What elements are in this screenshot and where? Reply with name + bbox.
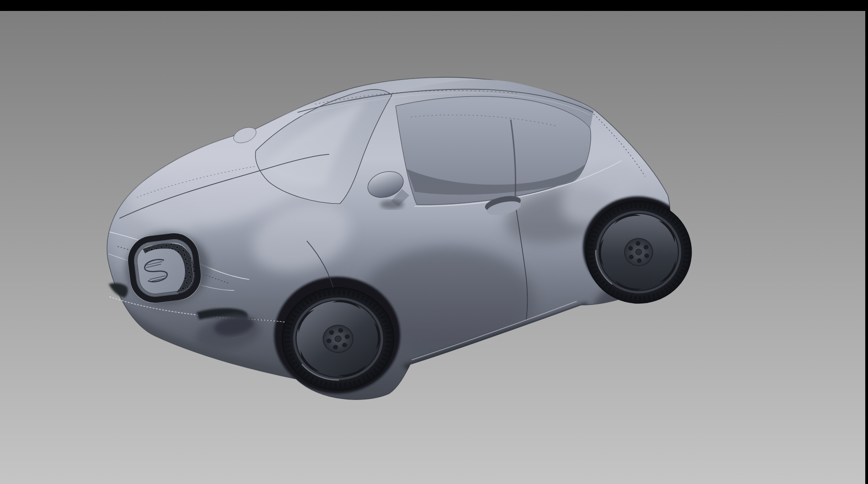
right-letterbox-bar bbox=[865, 0, 868, 484]
top-letterbox-bar bbox=[0, 0, 868, 11]
render-viewport bbox=[0, 0, 868, 484]
viewport-canvas[interactable] bbox=[0, 0, 868, 484]
